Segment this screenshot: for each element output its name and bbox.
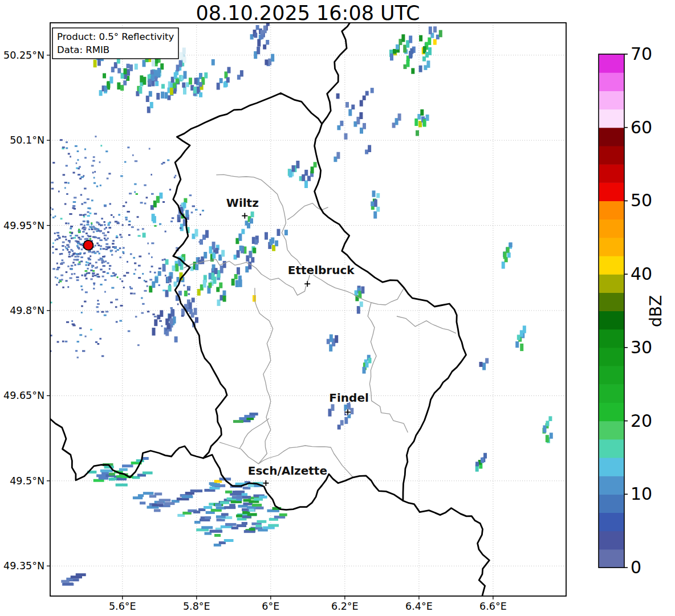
y-tick-label: 49.5°N (10, 475, 44, 487)
colorbar-band (599, 256, 624, 275)
radar-site-dot (83, 240, 93, 250)
echo-cluster-se-single (475, 453, 487, 472)
echo-cluster-sw-lower (133, 489, 202, 512)
echo-cluster-east-single-4 (543, 416, 553, 443)
y-tick-label: 50.1°N (10, 134, 44, 146)
y-axis: 50.25°N50.1°N49.95°N49.8°N49.65°N49.5°N4… (3, 50, 50, 572)
country-border-line (322, 15, 356, 124)
colorbar-band (599, 549, 624, 568)
echo-cluster-east-single-1 (502, 242, 513, 268)
colorbar-band (599, 348, 624, 366)
district-border-line (239, 418, 269, 448)
colorbar-band (599, 109, 624, 128)
colorbar-band (599, 146, 624, 165)
district-border-line (255, 288, 273, 464)
echo-cluster-center-single-2 (363, 355, 372, 374)
echo-cluster-west-band (149, 242, 256, 306)
district-borders (184, 174, 456, 478)
colorbar-band (599, 329, 624, 348)
echo-cluster-east-single-2 (515, 325, 526, 351)
plot-area (0, 15, 566, 600)
colorbar-band (599, 182, 624, 201)
x-axis: 5.6°E5.8°E6°E6.2°E6.4°E6.6°E (109, 596, 507, 612)
info-box-line2: Data: RMIB (57, 44, 109, 55)
x-tick-label: 5.6°E (109, 601, 136, 612)
district-border-line (287, 250, 404, 305)
radar-site-marker (83, 240, 93, 250)
colorbar-band (599, 421, 624, 440)
city-findel: Findel (329, 391, 369, 415)
colorbar-band (599, 458, 624, 476)
colorbar-band (599, 476, 624, 495)
echo-cluster-sw-cluster (87, 457, 153, 487)
x-tick-label: 5.8°E (183, 601, 210, 612)
colorbar-band (599, 384, 624, 403)
echo-cluster-ne-streak (414, 109, 429, 136)
echo-cluster-findel-west (233, 413, 258, 423)
colorbar-tick-label: 70 (631, 44, 652, 64)
colorbar-band (599, 531, 624, 550)
colorbar-band (599, 512, 624, 531)
echo-cluster-east-mid (371, 190, 380, 218)
colorbar-band (599, 238, 624, 256)
echo-cluster-east-single-3 (479, 358, 489, 370)
colorbar-tick-label: 10 (631, 484, 652, 504)
city-ettelbruck: Ettelbruck (288, 263, 355, 287)
colorbar-band (599, 402, 624, 421)
y-tick-label: 49.8°N (10, 305, 44, 316)
colorbar-tick-label: 0 (631, 557, 641, 577)
colorbar-tick-label: 40 (631, 264, 652, 284)
colorbar-band (599, 201, 624, 219)
colorbar-band (599, 72, 624, 91)
echo-cluster-center-mid (234, 211, 288, 262)
plot-title: 08.10.2025 16:08 UTC (196, 2, 420, 25)
x-tick-label: 6.4°E (405, 601, 433, 612)
colorbar-tick-label: 20 (631, 411, 652, 431)
echo-cluster-nw-band (93, 51, 243, 113)
country-borders (48, 15, 490, 600)
x-tick-label: 6.2°E (331, 601, 359, 612)
colorbar-tick-label: 50 (631, 190, 652, 210)
colorbar: 010203040506070 (599, 44, 652, 577)
echo-cluster-west-upper (143, 193, 209, 245)
radar-map-canvas: 5.6°E5.8°E6°E6.2°E6.4°E6.6°E 50.25°N50.1… (0, 0, 675, 616)
radar-figure: 5.6°E5.8°E6°E6.2°E6.4°E6.6°E 50.25°N50.1… (0, 0, 675, 616)
echo-cluster-center-upper (288, 161, 317, 188)
product-info-box: Product: 0.5° Reflectivity Data: RMIB (52, 28, 178, 59)
info-box-line1: Product: 0.5° Reflectivity (57, 31, 174, 42)
colorbar-tick-label: 30 (631, 337, 652, 357)
colorbar-band (599, 164, 624, 183)
x-tick-label: 6.6°E (479, 601, 507, 612)
colorbar-band (599, 311, 624, 330)
y-tick-label: 50.25°N (3, 50, 44, 61)
y-tick-label: 49.35°N (3, 560, 44, 572)
colorbar-axis-label: dBZ (646, 295, 665, 327)
y-tick-label: 49.65°N (3, 390, 44, 401)
colorbar-band (599, 54, 624, 73)
city-name-label: Findel (329, 391, 369, 405)
echo-cluster-bottom-left (61, 573, 86, 586)
colorbar-band (599, 219, 624, 238)
district-border-line (397, 316, 456, 333)
colorbar-band (599, 91, 624, 109)
city-name-label: Esch/Alzette (248, 464, 327, 478)
colorbar-tick-label: 60 (631, 117, 652, 137)
radar-echoes (0, 21, 553, 586)
x-tick-label: 6°E (262, 601, 279, 612)
colorbar-band (599, 366, 624, 385)
colorbar-band (599, 128, 624, 146)
echo-cluster-top-right (389, 30, 442, 74)
district-border-line (368, 303, 408, 433)
colorbar-band (599, 274, 624, 293)
country-border-line (403, 501, 490, 600)
y-tick-label: 49.95°N (3, 220, 44, 231)
city-name-label: Wiltz (226, 196, 259, 210)
colorbar-band (599, 494, 624, 513)
city-name-label: Ettelbruck (288, 263, 355, 277)
echo-cluster-center-single-1 (327, 334, 338, 352)
colorbar-band (599, 292, 624, 311)
colorbar-band (599, 439, 624, 458)
echo-cluster-ne-scatter (334, 88, 401, 162)
